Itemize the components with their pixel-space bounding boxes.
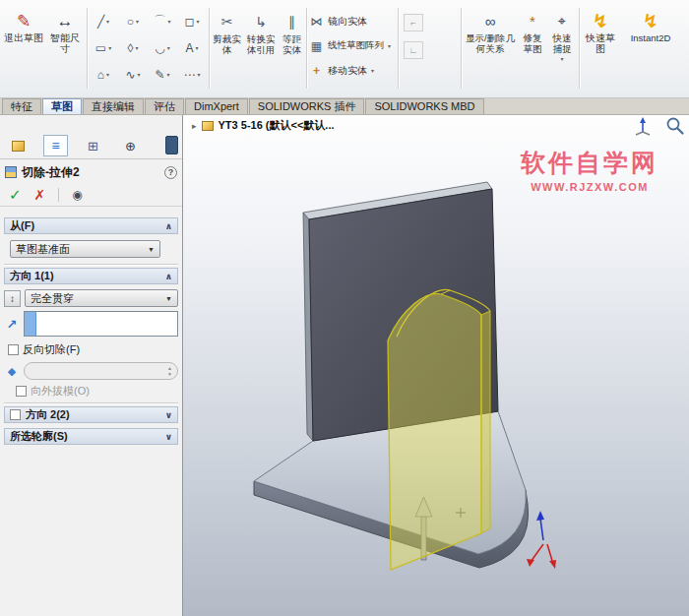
tab-solidworks-mbd[interactable]: SOLIDWORKS MBD [365,98,483,114]
chevron-down-icon[interactable]: ▾ [167,18,170,25]
configurationmanager-tab[interactable]: ⊞ [81,135,105,156]
chevron-down-icon[interactable]: ▾ [106,18,109,25]
chevron-down-icon: ∨ [165,410,172,420]
mirror-entities-label: 镜向实体 [328,15,367,29]
tab-solidworks-addins[interactable]: SOLIDWORKS 插件 [249,98,365,114]
tab-direct-editing[interactable]: 直接编辑 [83,98,144,114]
chevron-down-icon[interactable]: ▾ [196,44,199,51]
dropdown-arrow-icon: ▼ [165,295,172,302]
reverse-direction-button[interactable]: ↕ [4,290,21,307]
displaymanager-tab[interactable] [165,136,178,154]
ribbon-separator [461,8,462,89]
toolbar-icon-small-2[interactable]: ∟ [404,41,423,59]
rapid-sketch-button[interactable]: ↯ 快速草图 [583,9,618,54]
toolbar-icon-small-1[interactable]: ⌐ [404,14,423,31]
arc-tool-button[interactable]: ⌒▾ [148,8,177,34]
chevron-down-icon[interactable]: ▾ [197,71,200,78]
end-condition-dropdown[interactable]: 完全贯穿 ▼ [25,289,178,307]
draft-outward-checkbox[interactable] [16,386,27,397]
slot-tool-button[interactable]: ▭▾ [89,34,118,61]
arc-icon: ⌒ [154,13,165,30]
tab-dimxpert[interactable]: DimXpert [185,98,248,114]
draft-outward-label: 向外拔模(O) [31,384,90,399]
chevron-down-icon[interactable]: ▾ [136,18,139,25]
convert-entities-button[interactable]: ↳ 转换实体引用 [244,10,278,55]
display-delete-relations-label: 显示/删除几何关系 [465,32,516,54]
end-condition-value: 完全贯穿 [31,291,74,306]
display-delete-relations-button[interactable]: ∞ 显示/删除几何关系 [465,9,516,54]
ribbon-separator [306,8,307,89]
tab-evaluate[interactable]: 评估 [145,98,184,114]
polygon-tool-button[interactable]: ⌂▾ [89,61,118,88]
smart-dimension-button[interactable]: ↔ 智能尺寸 [46,9,84,54]
spinner[interactable]: ▲▼ [167,365,172,377]
solidworks-window: ✎ 退出草图 ↔ 智能尺寸 ╱▾ ○▾ ⌒▾ ◻▾ ▭▾ ◊▾ ◡▾ A▾ ⌂▾… [0,0,689,616]
direction1-section-header[interactable]: 方向 1(1) ∧ [4,268,178,284]
chevron-down-icon[interactable]: ▾ [167,44,170,51]
repair-sketch-button[interactable]: * 修复草图 [519,9,546,54]
line-tool-button[interactable]: ╱▾ [89,8,118,34]
chevron-down-icon[interactable]: ▾ [138,71,141,78]
propertymanager-tab[interactable]: ≡ [43,135,68,156]
more-tools-button[interactable]: ⋯▾ [177,61,207,88]
propertymanager-icon: ≡ [51,138,59,154]
quick-snaps-icon: ⌖ [558,9,566,32]
chevron-down-icon[interactable]: ▾ [106,71,109,78]
from-dropdown[interactable]: 草图基准面 ▼ [10,240,160,258]
offset-entities-button[interactable]: ∥ 等距实体 [280,10,304,55]
view-orientation-icon[interactable] [633,115,653,137]
chevron-down-icon[interactable]: ▾ [108,44,111,51]
rectangle-tool-button[interactable]: ◻▾ [177,8,207,34]
action-divider [58,188,59,202]
cancel-button[interactable]: ✗ [34,187,46,203]
spline-icon: ∿ [125,68,135,82]
move-entities-button[interactable]: + 移动实体 ▾ [309,58,396,83]
linear-sketch-pattern-label: 线性草图阵列 [328,39,384,52]
ribbon-separator [579,8,580,89]
tab-sketch[interactable]: 草图 [42,98,82,114]
ok-button[interactable]: ✓ [9,186,22,204]
chevron-down-icon: ∨ [165,432,172,442]
chevron-down-icon[interactable]: ▾ [388,42,391,49]
trim-entities-button[interactable]: ✂ 剪裁实体 [212,10,242,55]
direction2-label: 方向 2(2) [26,407,165,422]
quick-snaps-button[interactable]: ⌖ 快速捕捉 ▾ [548,9,576,65]
direction2-section-header[interactable]: 方向 2(2) ∨ [4,406,178,423]
offset-entities-icon: ∥ [288,10,295,33]
tab-features[interactable]: 特征 [2,98,41,114]
chevron-down-icon[interactable]: ▾ [371,67,374,74]
flip-cut-checkbox[interactable] [8,344,19,355]
ribbon-separator [398,8,399,89]
direction2-checkbox[interactable] [10,409,21,420]
from-section-header[interactable]: 从(F) ∧ [4,217,178,234]
selected-contours-section-header[interactable]: 所选轮廓(S) ∨ [4,428,178,445]
dimxpertmanager-tab[interactable]: ⊕ [118,135,143,156]
preview-eye-button[interactable]: ◉ [72,188,82,202]
command-manager-tabbar: 特征 草图 直接编辑 评估 DimXpert SOLIDWORKS 插件 SOL… [0,98,689,115]
ellipse-tool-button[interactable]: ◊▾ [118,34,148,61]
circle-tool-button[interactable]: ○▾ [118,8,148,34]
draft-angle-field[interactable]: ▲▼ [24,362,178,380]
watermark: 软件自学网 WWW.RJZXW.COM [508,147,671,193]
trim-entities-label: 剪裁实体 [212,33,242,55]
fillet-tool-button[interactable]: ◡▾ [148,34,177,61]
zoom-magnifier-icon[interactable] [664,115,685,137]
graphics-viewport[interactable]: ▸ YT3 5-16 (默认<<默认... 软件自学网 WWW.RJZXW.CO… [183,115,689,616]
help-icon[interactable]: ? [164,166,177,179]
mirror-entities-button[interactable]: ⋈ 镜向实体 [309,9,396,33]
chevron-down-icon[interactable]: ▾ [196,18,199,25]
spin-down-icon[interactable]: ▼ [167,371,172,377]
featuremanager-tab[interactable] [6,135,31,156]
flip-cut-row: 反向切除(F) [8,342,178,357]
direction-reference-selection-box[interactable] [24,311,178,337]
instant2d-button[interactable]: ↯ Instant2D [622,9,679,43]
exit-sketch-button[interactable]: ✎ 退出草图 [3,9,44,43]
chevron-down-icon[interactable]: ▾ [560,54,563,65]
chevron-down-icon[interactable]: ▾ [135,44,138,51]
sketch-tool-button[interactable]: ✎▾ [148,61,177,88]
chevron-down-icon[interactable]: ▾ [167,71,170,78]
spline-tool-button[interactable]: ∿▾ [118,61,148,88]
pencil-icon: ✎ [155,68,164,82]
text-tool-button[interactable]: A▾ [177,34,207,61]
linear-sketch-pattern-button[interactable]: ▦ 线性草图阵列 ▾ [309,33,396,58]
